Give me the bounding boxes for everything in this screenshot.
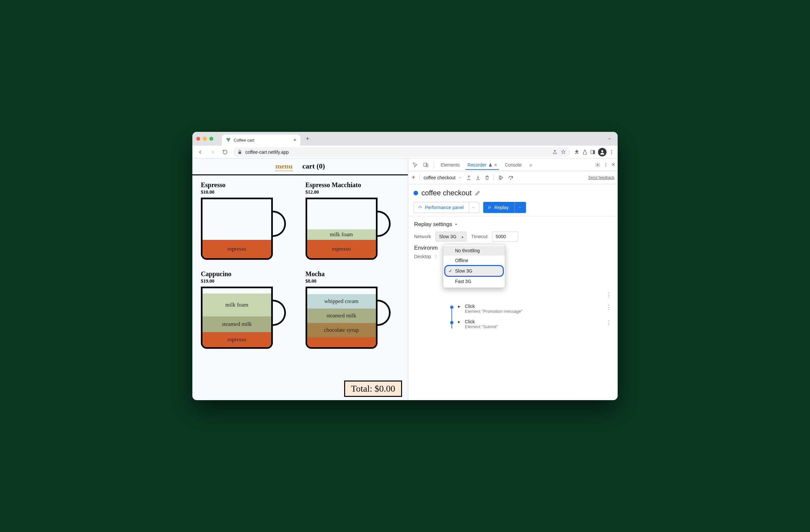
network-label: Network — [414, 234, 431, 239]
nav-cart[interactable]: cart (0) — [302, 162, 325, 171]
svg-point-8 — [597, 164, 598, 165]
svg-point-11 — [605, 165, 606, 166]
mug-graphic: espresso — [201, 198, 286, 263]
tab-title: Coffee cart — [233, 138, 254, 143]
dropdown-option-selected[interactable]: ✓ Slow 3G — [445, 266, 503, 276]
step-item[interactable]: ▸ Click Element "Submit" ⋮ — [414, 317, 612, 332]
performance-panel-button[interactable]: Performance panel — [414, 202, 479, 213]
network-dropdown: No throttling Offline ✓ Slow 3G Fast 3G — [443, 244, 505, 288]
tab-overflow-button[interactable] — [605, 134, 614, 143]
omnibox[interactable]: coffee-cart.netlify.app — [233, 147, 570, 157]
replay-button[interactable]: Replay — [483, 202, 526, 213]
extensions-icon[interactable] — [574, 149, 580, 155]
lock-icon — [238, 150, 242, 155]
total-box[interactable]: Total: $0.00 — [344, 381, 402, 397]
content-split: menu cart (0) Espresso $10.00 espresso E… — [192, 159, 618, 400]
product-price: $12.00 — [306, 190, 400, 195]
forward-button[interactable] — [208, 148, 217, 157]
profile-avatar[interactable] — [598, 148, 606, 156]
timeout-input[interactable]: 5000 — [492, 232, 518, 241]
delete-trash-icon[interactable] — [485, 175, 490, 180]
layer-label — [307, 337, 376, 347]
close-tab-icon[interactable]: × — [293, 137, 296, 143]
svg-point-4 — [612, 151, 612, 152]
network-throttle-select[interactable]: Slow 3G — [435, 232, 467, 241]
tab-more[interactable]: » — [526, 160, 536, 170]
close-devtools-icon[interactable]: × — [612, 161, 615, 168]
chrome-menu-icon[interactable] — [609, 149, 614, 155]
web-page: menu cart (0) Espresso $10.00 espresso E… — [192, 159, 408, 400]
chevron-down-icon[interactable] — [518, 206, 521, 209]
new-recording-icon[interactable]: + — [411, 174, 416, 181]
devtools-panel: Elements Recorder × Console » × + — [408, 159, 618, 400]
recorder-body: Replay settings Network Slow 3G Timeout … — [408, 216, 618, 400]
step-over-icon[interactable] — [508, 175, 514, 181]
inspect-element-icon[interactable] — [411, 160, 420, 170]
vue-favicon-icon — [226, 138, 231, 143]
import-down-icon[interactable] — [475, 175, 481, 180]
mug-graphic: milk foam steamed milk espresso — [201, 287, 286, 352]
share-icon[interactable] — [552, 149, 557, 155]
minimize-window-icon[interactable] — [203, 137, 207, 141]
new-tab-button[interactable]: + — [303, 134, 312, 143]
recording-title: coffee checkout — [421, 189, 472, 197]
devtools-tabstrip: Elements Recorder × Console » × — [408, 159, 618, 171]
step-subtitle: Element "Promotion message" — [465, 309, 522, 314]
browser-tab[interactable]: Coffee cart × — [222, 134, 300, 146]
tab-elements[interactable]: Elements — [437, 160, 463, 170]
maximize-window-icon[interactable] — [209, 137, 213, 141]
panel-icon[interactable] — [590, 149, 595, 155]
expand-caret-icon[interactable]: ▸ — [458, 319, 460, 324]
step-menu-icon[interactable]: ⋮ — [606, 304, 612, 311]
step-item[interactable]: ▸ Click Element "Promotion message" ⋮ — [414, 301, 612, 317]
layer-label: steamed milk — [202, 317, 271, 332]
edit-pencil-icon[interactable] — [475, 190, 480, 196]
settings-gear-icon[interactable] — [595, 162, 600, 167]
chevron-down-icon[interactable] — [472, 206, 475, 209]
labs-flask-icon[interactable] — [582, 149, 587, 155]
expand-caret-icon[interactable]: ▸ — [458, 304, 460, 309]
step-play-icon[interactable] — [498, 175, 504, 181]
product-card[interactable]: Mocha $8.00 whipped cream steamed milk c… — [306, 270, 400, 352]
recording-selector[interactable]: coffee checkout — [424, 175, 462, 180]
close-window-icon[interactable] — [196, 137, 200, 141]
back-button[interactable] — [196, 148, 205, 157]
layer-label: chocolate syrup — [307, 323, 376, 337]
product-card[interactable]: Espresso Macchiato $12.00 milk foam espr… — [306, 181, 400, 263]
step-title: Click — [465, 319, 498, 324]
replay-settings-heading[interactable]: Replay settings — [414, 221, 612, 228]
step-menu-icon[interactable]: ⋮ — [606, 291, 612, 299]
step-marker-icon — [450, 306, 453, 309]
page-nav: menu cart (0) — [192, 159, 408, 175]
close-tab-icon[interactable]: × — [494, 162, 497, 167]
product-grid: Espresso $10.00 espresso Espresso Macchi… — [192, 175, 408, 358]
layer-label: whipped cream — [307, 294, 376, 308]
device-toolbar-icon[interactable] — [421, 160, 431, 170]
dropdown-option[interactable]: Fast 3G — [443, 276, 505, 286]
kebab-menu-icon[interactable] — [603, 163, 608, 167]
window-controls — [196, 137, 213, 141]
nav-menu[interactable]: menu — [275, 162, 293, 171]
product-price: $19.00 — [201, 278, 295, 284]
layer-label: milk foam — [307, 229, 376, 240]
step-menu-icon[interactable]: ⋮ — [606, 319, 612, 326]
product-name: Mocha — [306, 270, 400, 278]
bookmark-star-icon[interactable] — [561, 149, 566, 155]
tab-console[interactable]: Console — [502, 160, 525, 170]
check-icon: ✓ — [449, 268, 452, 274]
timeout-label: Timeout — [471, 234, 487, 239]
product-card[interactable]: Cappucino $19.00 milk foam steamed milk … — [201, 270, 295, 352]
step-marker-icon — [450, 321, 453, 324]
send-feedback-link[interactable]: Send feedback — [588, 175, 614, 180]
dropdown-option[interactable]: Offline — [443, 256, 505, 265]
tab-recorder[interactable]: Recorder × — [464, 160, 500, 170]
product-card[interactable]: Espresso $10.00 espresso — [201, 181, 295, 263]
export-up-icon[interactable] — [466, 175, 471, 180]
step-item[interactable]: ⋮ — [414, 289, 612, 301]
browser-window: Coffee cart × + coffee-cart.netlify.app — [192, 132, 618, 400]
dropdown-option[interactable]: No throttling — [443, 246, 505, 256]
svg-rect-1 — [593, 150, 595, 154]
reload-button[interactable] — [221, 148, 230, 157]
gauge-icon — [418, 205, 422, 210]
desktop-label: Desktop — [414, 254, 431, 259]
